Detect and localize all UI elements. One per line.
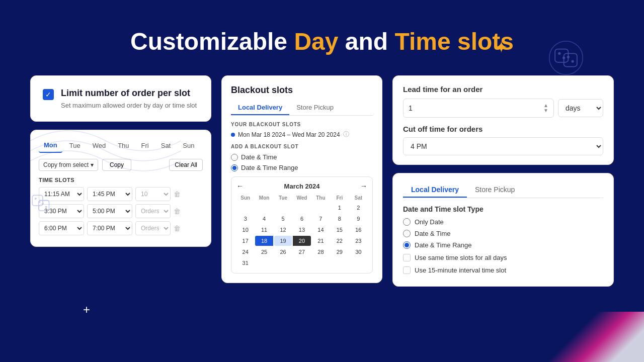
- right-column: Lead time for an order 1 ▲ ▼ days Cut of…: [392, 75, 614, 287]
- limit-order-checkbox[interactable]: ✓: [43, 89, 54, 100]
- cal-day-19[interactable]: 19: [274, 236, 292, 246]
- day-tab-wed[interactable]: Wed: [88, 139, 111, 152]
- cal-day-4[interactable]: 4: [255, 214, 273, 224]
- tab-store-pickup[interactable]: Store Pickup: [289, 101, 341, 115]
- page-header: Customizable Day and Time slots: [0, 0, 644, 75]
- day-tab-mon[interactable]: Mon: [39, 138, 62, 153]
- copy-row: Copy from select ▾ Copy Clear All: [39, 159, 203, 171]
- cutoff-select[interactable]: 4 PM: [403, 137, 603, 155]
- cal-day-26[interactable]: 26: [274, 247, 292, 257]
- cal-day-24[interactable]: 24: [236, 247, 254, 257]
- cal-next-icon[interactable]: →: [360, 182, 367, 190]
- cal-day-12[interactable]: 12: [274, 225, 292, 235]
- cal-day-8[interactable]: 8: [331, 214, 348, 224]
- day-tab-thu[interactable]: Thu: [113, 139, 134, 152]
- cal-day-13[interactable]: 13: [293, 225, 310, 235]
- info-icon: ⓘ: [343, 130, 349, 139]
- cal-day-14[interactable]: 14: [312, 225, 330, 235]
- cal-day-11[interactable]: 11: [255, 225, 273, 235]
- copy-button[interactable]: Copy: [102, 159, 131, 171]
- chevron-down-icon: ▾: [91, 161, 94, 168]
- time-row-3: 6:00 PM 7:00 PM Orders 🗑: [39, 221, 203, 235]
- checkbox-15-min-input[interactable]: [403, 266, 411, 274]
- time-slots-card: Mon Tue Wed Thu Fri Sat Sun Copy from se…: [30, 130, 211, 247]
- cal-day-5[interactable]: 5: [274, 214, 292, 224]
- cal-day-29[interactable]: 29: [331, 247, 348, 257]
- day-tab-sun[interactable]: Sun: [178, 139, 199, 152]
- time-from-1[interactable]: 11:15 AM: [39, 187, 84, 201]
- delivery-tabs: Local Delivery Store Pickup: [403, 183, 603, 198]
- time-from-3[interactable]: 6:00 PM: [39, 221, 84, 235]
- cal-prev-icon[interactable]: ←: [236, 182, 244, 190]
- orders-select-3[interactable]: Orders: [135, 221, 171, 235]
- cal-day-17[interactable]: 17: [236, 236, 254, 246]
- lead-time-card: Lead time for an order 1 ▲ ▼ days Cut of…: [392, 75, 614, 165]
- time-to-1[interactable]: 1:45 PM: [87, 187, 132, 201]
- cal-day-empty: [274, 203, 292, 213]
- orders-select-2[interactable]: Orders: [135, 204, 171, 218]
- delete-icon-3[interactable]: 🗑: [174, 224, 181, 232]
- cal-day-1[interactable]: 1: [331, 203, 348, 213]
- checkbox-same-slots-input[interactable]: [403, 254, 411, 261]
- slot-date: Mon Mar 18 2024 – Wed Mar 20 2024: [238, 131, 340, 138]
- clear-all-button[interactable]: Clear All: [169, 159, 203, 171]
- slot-dot: [231, 133, 235, 137]
- option-only-date: Only Date: [403, 218, 603, 226]
- copy-from-select[interactable]: Copy from select ▾: [39, 159, 98, 171]
- cursor: +: [83, 303, 90, 317]
- cal-day-27[interactable]: 27: [293, 247, 310, 257]
- cal-day-28[interactable]: 28: [312, 247, 330, 257]
- time-to-2[interactable]: 5:00 PM: [87, 204, 132, 218]
- delete-icon-2[interactable]: 🗑: [174, 207, 181, 215]
- calendar: ← March 2024 → Sun Mon Tue Wed Thu Fri S…: [231, 176, 373, 274]
- cal-day-7[interactable]: 7: [312, 214, 330, 224]
- limit-order-description: Set maximum allowed order by day or time…: [61, 102, 197, 109]
- orders-select-1[interactable]: 10: [135, 187, 171, 201]
- radio-date-time-range-label: Date & Time Range: [241, 164, 298, 171]
- day-tab-fri[interactable]: Fri: [136, 139, 154, 152]
- radio-date-time-range-delivery[interactable]: [403, 241, 411, 249]
- cal-day-22[interactable]: 22: [331, 236, 348, 246]
- day-tab-tue[interactable]: Tue: [64, 139, 86, 152]
- cal-day-2[interactable]: 2: [350, 203, 367, 213]
- cal-day-25[interactable]: 25: [255, 247, 273, 257]
- cards-container: ✓ Limit number of order per slot Set max…: [0, 75, 644, 287]
- cal-day-18[interactable]: 18: [255, 236, 273, 246]
- limit-order-title: Limit number of order per slot: [61, 88, 197, 99]
- cal-day-9[interactable]: 9: [350, 214, 367, 224]
- cal-day-16[interactable]: 16: [350, 225, 367, 235]
- cal-day-15[interactable]: 15: [331, 225, 348, 235]
- radio-date-time-delivery[interactable]: [403, 230, 411, 237]
- cal-day-23[interactable]: 23: [350, 236, 367, 246]
- cal-day-31[interactable]: 31: [236, 258, 254, 268]
- delivery-tab-local[interactable]: Local Delivery: [403, 183, 467, 198]
- radio-only-date[interactable]: [403, 218, 411, 226]
- time-to-3[interactable]: 7:00 PM: [87, 221, 132, 235]
- time-row-1: 11:15 AM 1:45 PM 10 🗑: [39, 187, 203, 201]
- cal-day-6[interactable]: 6: [293, 214, 310, 224]
- day-tab-sat[interactable]: Sat: [156, 139, 176, 152]
- option-only-date-label: Only Date: [415, 218, 444, 226]
- calendar-grid: Sun Mon Tue Wed Thu Fri Sat 1 2 3 4 5: [236, 194, 367, 268]
- delivery-tab-pickup[interactable]: Store Pickup: [467, 183, 523, 198]
- radio-date-time-label: Date & Time: [241, 153, 277, 161]
- cal-day-20[interactable]: 20: [293, 236, 310, 246]
- lead-stepper: ▲ ▼: [543, 103, 548, 113]
- cal-header-tue: Tue: [274, 194, 292, 202]
- cal-day-3[interactable]: 3: [236, 214, 254, 224]
- radio-date-time-input[interactable]: [231, 154, 238, 161]
- radio-date-time-range-input[interactable]: [231, 164, 238, 171]
- delete-icon-1[interactable]: 🗑: [174, 190, 181, 198]
- time-from-2[interactable]: 3:30 PM: [39, 204, 84, 218]
- days-select[interactable]: days: [558, 99, 603, 117]
- stepper-down[interactable]: ▼: [543, 108, 548, 113]
- checkbox-same-slots: Use same time slots for all days: [403, 254, 603, 261]
- cal-day-30[interactable]: 30: [350, 247, 367, 257]
- cutoff-label: Cut off time for orders: [403, 125, 603, 133]
- cal-day-10[interactable]: 10: [236, 225, 254, 235]
- cal-day-21[interactable]: 21: [312, 236, 330, 246]
- add-blackout-label: ADD A BLACKOUT SLOT: [231, 144, 373, 149]
- limit-order-card: ✓ Limit number of order per slot Set max…: [30, 75, 211, 122]
- tab-local-delivery[interactable]: Local Delivery: [231, 101, 289, 115]
- cal-day-empty: [236, 203, 254, 213]
